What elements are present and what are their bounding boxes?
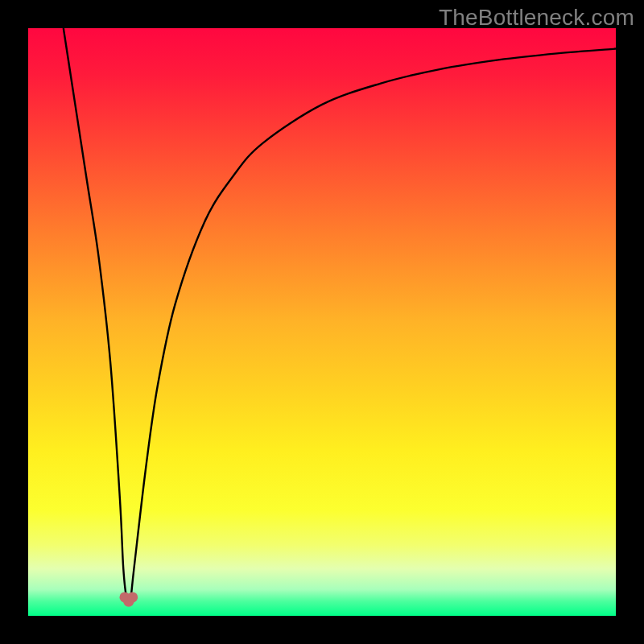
plot-area [28, 28, 616, 616]
watermark-text: TheBottleneck.com [439, 5, 634, 31]
svg-point-2 [127, 592, 138, 602]
chart-frame: TheBottleneck.com [0, 0, 644, 644]
chart-svg [28, 28, 616, 616]
gradient-background [28, 28, 616, 616]
